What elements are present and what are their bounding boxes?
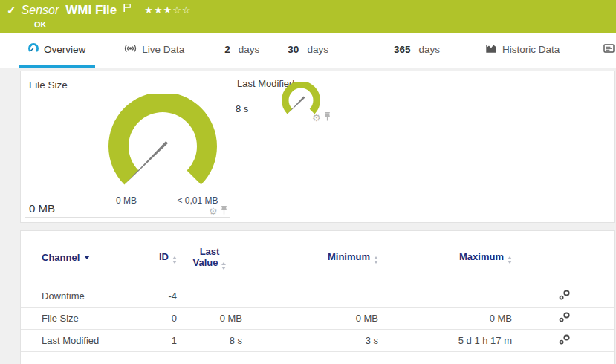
sensor-title: WMI File	[65, 4, 117, 17]
ok-check-icon: ✓	[7, 4, 16, 17]
tab-label: Overview	[44, 44, 85, 55]
channel-maximum: 0 MB	[378, 307, 512, 329]
channel-minimum	[242, 285, 378, 307]
sort-arrows-icon	[221, 262, 226, 270]
sensor-status-text: OK	[34, 20, 609, 29]
column-header-minimum[interactable]: Minimum	[242, 231, 378, 285]
channel-minimum: 3 s	[242, 329, 378, 351]
sort-arrows-icon	[172, 256, 177, 264]
edit-channel-icon[interactable]	[559, 334, 571, 347]
sort-arrows-icon	[508, 256, 512, 264]
channel-maximum	[378, 285, 512, 307]
divider	[25, 217, 230, 218]
tab-log[interactable]: Log	[594, 33, 616, 68]
tab-365-days[interactable]: 365 days	[384, 33, 450, 68]
edit-channel-icon[interactable]	[559, 312, 571, 325]
channel-minimum: 0 MB	[242, 307, 378, 329]
gauge-scale-min: 0 MB	[104, 195, 149, 206]
channel-last-value: 0 MB	[177, 307, 242, 329]
overview-content: File Size 0 MB < 0,01 MB 0 MB ⚙ Last Mod…	[0, 68, 616, 364]
area-chart-icon	[486, 44, 497, 55]
sensor-kind-label: Sensor	[22, 4, 59, 17]
file-size-value: 0 MB	[29, 202, 55, 215]
file-size-gauge-title: File Size	[29, 79, 68, 91]
log-icon	[603, 44, 615, 55]
tab-live-data[interactable]: Live Data	[114, 33, 194, 68]
tab-historic-data[interactable]: Historic Data	[476, 33, 569, 68]
table-row: File Size 0 0 MB 0 MB 0 MB	[21, 307, 614, 329]
tab-30-days[interactable]: 30 days	[278, 33, 338, 68]
gauge-needle	[288, 97, 305, 114]
tab-number: 2	[224, 44, 230, 55]
tab-label: days	[418, 44, 440, 55]
pin-icon[interactable]	[221, 204, 227, 218]
channel-name: Downtime	[21, 285, 146, 307]
last-modified-gauge-tools: ⚙	[312, 111, 331, 124]
channels-table: Channel ID LastValue Minimum Maximum Dow…	[21, 231, 614, 352]
sort-arrows-icon	[374, 256, 378, 264]
tab-2-days[interactable]: 2 days	[215, 33, 269, 68]
channel-name: File Size	[21, 307, 146, 329]
column-header-id[interactable]: ID	[146, 231, 177, 285]
pin-icon[interactable]	[324, 111, 331, 124]
tab-number: 30	[288, 44, 299, 55]
channel-name: Last Modified	[21, 329, 146, 351]
tab-number: 365	[394, 44, 411, 55]
channel-last-value	[177, 285, 242, 307]
file-size-gauge	[107, 94, 218, 206]
channel-maximum: 5 d 1 h 17 m	[378, 329, 512, 351]
file-size-gauge-tools: ⚙	[209, 204, 227, 218]
column-header-edit	[512, 231, 614, 285]
tab-label: days	[239, 44, 260, 55]
edit-channel-icon[interactable]	[559, 290, 571, 302]
flag-icon[interactable]	[123, 2, 132, 16]
channel-id: 1	[146, 329, 177, 351]
tab-label: Live Data	[142, 44, 184, 55]
gauge-icon	[28, 43, 39, 55]
gauges-card: File Size 0 MB < 0,01 MB 0 MB ⚙ Last Mod…	[20, 71, 615, 223]
sensor-tab-bar: Overview Live Data 2 days 30 days 365 da…	[0, 33, 616, 68]
live-data-icon	[124, 43, 137, 56]
sensor-status-bar: ✓ Sensor WMI File ★★★☆☆ OK	[0, 0, 616, 33]
tab-label: Historic Data	[502, 44, 560, 55]
tab-label: days	[307, 44, 328, 55]
priority-stars[interactable]: ★★★☆☆	[144, 4, 191, 16]
table-row: Last Modified 1 8 s 3 s 5 d 1 h 17 m	[21, 329, 614, 351]
table-row: Downtime -4	[21, 285, 614, 307]
last-modified-value: 8 s	[236, 103, 248, 114]
gear-icon[interactable]: ⚙	[209, 207, 218, 216]
tab-overview[interactable]: Overview	[19, 33, 95, 68]
channels-card: Channel ID LastValue Minimum Maximum Dow…	[20, 230, 615, 364]
table-header-row: Channel ID LastValue Minimum Maximum	[21, 231, 614, 285]
column-header-channel[interactable]: Channel	[21, 231, 146, 285]
column-header-maximum[interactable]: Maximum	[378, 231, 512, 285]
column-header-last-value[interactable]: LastValue	[177, 231, 242, 285]
divider	[236, 120, 334, 120]
channel-id: -4	[146, 285, 177, 307]
sort-caret-icon	[84, 256, 90, 259]
channel-id: 0	[146, 307, 177, 329]
gear-icon[interactable]: ⚙	[312, 113, 321, 123]
channel-last-value: 8 s	[177, 329, 242, 351]
